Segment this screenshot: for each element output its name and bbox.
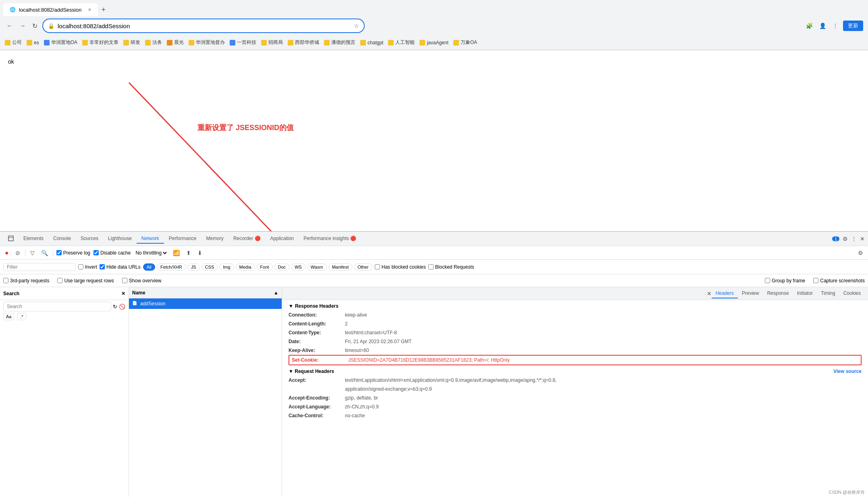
third-party-checkbox[interactable]: 3rd-party requests <box>3 278 49 284</box>
capture-screenshots-checkbox[interactable]: Capture screenshots <box>813 278 865 284</box>
details-tab-cookies[interactable]: Cookies <box>839 289 865 298</box>
devtools-tab-application[interactable]: Application <box>266 234 299 244</box>
blocked-requests-input[interactable] <box>428 264 434 269</box>
sort-name-btn[interactable]: ▲ <box>274 290 278 296</box>
wifi-btn[interactable]: 📶 <box>171 249 181 257</box>
has-blocked-cookies-checkbox[interactable]: Has blocked cookies <box>375 264 426 270</box>
bookmark-item-huarun2[interactable]: 华润置地督办 <box>189 39 225 46</box>
disable-cache-input[interactable] <box>93 250 99 255</box>
menu-btn[interactable]: ⋮ <box>831 21 840 31</box>
request-item-addsession[interactable]: 📄 addSession <box>129 298 282 309</box>
bookmark-item-wanxiang[interactable]: 万象OA <box>453 39 477 46</box>
throttle-select[interactable]: No throttling Fast 3G Slow 3G Offline <box>134 250 168 256</box>
filter-manifest-btn[interactable]: Manifest <box>328 263 353 271</box>
large-rows-checkbox[interactable]: Use large request rows <box>57 278 114 284</box>
filter-css-btn[interactable]: CSS <box>201 263 218 271</box>
bookmark-item-chatgpt[interactable]: chatgpt <box>360 40 383 46</box>
filter-other-btn[interactable]: Other <box>354 263 372 271</box>
large-rows-input[interactable] <box>57 278 62 283</box>
update-button[interactable]: 更新 <box>843 21 863 31</box>
devtools-close-btn[interactable]: ✕ <box>860 236 865 242</box>
bookmark-item-ai[interactable]: 人工智能 <box>388 39 415 46</box>
bookmark-item-fawu[interactable]: 法务 <box>145 39 162 46</box>
group-by-frame-input[interactable] <box>765 278 770 283</box>
hide-data-urls-input[interactable] <box>100 264 105 269</box>
devtools-tab-console[interactable]: Console <box>48 234 76 244</box>
disable-cache-checkbox[interactable]: Disable cache <box>93 250 131 256</box>
devtools-tab-performance[interactable]: Performance <box>164 234 201 244</box>
details-tab-preview[interactable]: Preview <box>738 289 763 298</box>
filter-img-btn[interactable]: Img <box>219 263 234 271</box>
extensions-btn[interactable]: 🧩 <box>804 21 814 31</box>
bookmark-item-javaagent[interactable]: javaAgent <box>419 40 448 46</box>
bookmark-item-zhaoshang[interactable]: 招商局 <box>261 39 283 46</box>
console-badge[interactable]: 1 <box>832 236 839 241</box>
search-aa-btn[interactable]: Aa <box>3 313 14 320</box>
group-by-frame-checkbox[interactable]: Group by frame <box>765 278 805 284</box>
reload-btn[interactable]: ↻ <box>31 21 39 31</box>
devtools-settings-btn[interactable]: ⚙ <box>843 236 848 242</box>
bookmark-star-icon[interactable]: ☆ <box>354 23 359 29</box>
response-headers-title[interactable]: ▼ Response Headers <box>289 303 862 309</box>
stop-recording-btn[interactable]: ⊘ <box>14 249 22 257</box>
filter-fetch-xhr-btn[interactable]: Fetch/XHR <box>157 263 186 271</box>
preserve-log-input[interactable] <box>56 250 62 255</box>
devtools-more-btn[interactable]: ⋮ <box>851 236 857 242</box>
filter-doc-btn[interactable]: Doc <box>274 263 290 271</box>
show-overview-input[interactable] <box>122 278 127 283</box>
search-clear-btn[interactable]: 🚫 <box>119 304 125 310</box>
filter-font-btn[interactable]: Font <box>257 263 273 271</box>
import-btn[interactable]: ⬆ <box>185 249 193 257</box>
invert-input[interactable] <box>78 264 83 269</box>
new-tab-btn[interactable]: + <box>101 6 106 14</box>
details-tab-initiator[interactable]: Initiator <box>793 289 817 298</box>
request-headers-title[interactable]: ▼ Request Headers <box>289 369 334 374</box>
details-tab-headers[interactable]: Headers <box>712 289 738 298</box>
bookmark-item-yiye[interactable]: 一页科技 <box>230 39 256 46</box>
details-close-btn[interactable]: ✕ <box>707 290 712 297</box>
search-refresh-btn[interactable]: ↻ <box>113 304 117 310</box>
search-input[interactable] <box>3 302 111 311</box>
devtools-tab-lighthouse[interactable]: Lighthouse <box>103 234 137 244</box>
details-tab-response[interactable]: Response <box>763 289 793 298</box>
export-btn[interactable]: ⬇ <box>196 249 204 257</box>
filter-js-btn[interactable]: JS <box>187 263 200 271</box>
devtools-tab-elements[interactable]: Elements <box>19 234 48 244</box>
record-btn[interactable]: ● <box>3 248 10 257</box>
devtools-tab-inspector[interactable] <box>3 234 19 244</box>
has-blocked-cookies-input[interactable] <box>375 264 380 269</box>
bookmark-item-articles[interactable]: 非常好的文章 <box>82 39 118 46</box>
browser-tab[interactable]: 🌐 localhost:8082/addSession ✕ <box>3 3 98 16</box>
devtools-tab-network[interactable]: Network <box>137 234 164 244</box>
settings-gear-btn[interactable]: ⚙ <box>856 249 865 257</box>
filter-wasm-btn[interactable]: Wasm <box>307 263 327 271</box>
third-party-input[interactable] <box>3 278 8 283</box>
bookmark-item-chenguang[interactable]: 晨光 <box>167 39 184 46</box>
filter-input[interactable] <box>3 263 76 271</box>
preserve-log-checkbox[interactable]: Preserve log <box>56 250 90 256</box>
blocked-requests-checkbox[interactable]: Blocked Requests <box>428 264 474 270</box>
bookmark-item-gongsi[interactable]: 公司 <box>5 39 22 46</box>
bookmark-item-huarun[interactable]: 华润置地OA <box>44 39 77 46</box>
filter-ws-btn[interactable]: WS <box>291 263 305 271</box>
capture-screenshots-input[interactable] <box>813 278 818 283</box>
bookmark-item-yanfa[interactable]: 研发 <box>123 39 140 46</box>
back-btn[interactable]: ← <box>5 21 15 31</box>
bookmark-item-es[interactable]: es <box>27 40 39 46</box>
view-source-link[interactable]: View source <box>833 369 862 374</box>
address-bar[interactable]: 🔒 localhost:8082/addSession ☆ <box>42 19 365 33</box>
devtools-tab-recorder[interactable]: Recorder 🔴 <box>228 234 266 244</box>
filter-all-btn[interactable]: All <box>143 263 155 271</box>
details-tab-timing[interactable]: Timing <box>817 289 839 298</box>
devtools-tab-memory[interactable]: Memory <box>201 234 228 244</box>
filter-media-btn[interactable]: Media <box>236 263 255 271</box>
invert-checkbox[interactable]: Invert <box>78 264 97 270</box>
hide-data-urls-checkbox[interactable]: Hide data URLs <box>100 264 141 270</box>
filter-btn[interactable]: ▽ <box>29 249 36 257</box>
bookmark-item-xibuhq[interactable]: 西部华侨城 <box>288 39 319 46</box>
show-overview-checkbox[interactable]: Show overview <box>122 278 162 284</box>
devtools-tab-performance-insights[interactable]: Performance insights 🔴 <box>299 234 361 244</box>
forward-btn[interactable]: → <box>18 21 27 31</box>
bookmark-item-pande[interactable]: 潘德的预言 <box>324 39 355 46</box>
profile-btn[interactable]: 👤 <box>818 21 828 31</box>
